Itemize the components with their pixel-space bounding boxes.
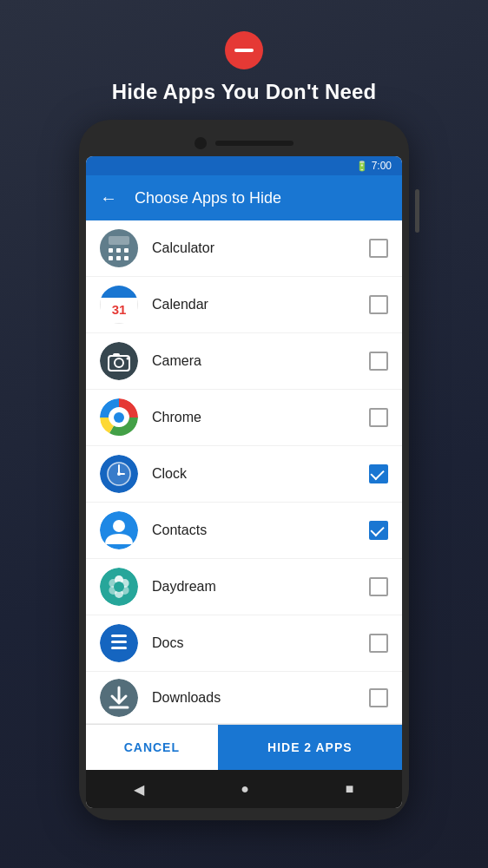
app-bar-title: Choose Apps to Hide <box>135 189 281 207</box>
checkbox-calendar[interactable] <box>369 295 388 314</box>
svg-point-12 <box>100 342 138 380</box>
list-item[interactable]: Downloads <box>86 672 402 724</box>
app-list: Calculator 31 Calendar <box>86 220 402 724</box>
svg-rect-10 <box>100 292 138 298</box>
svg-rect-3 <box>116 248 121 253</box>
app-name-calendar: Calendar <box>152 297 369 312</box>
checkbox-docs[interactable] <box>369 634 388 653</box>
phone-screen: 🔋 7:00 ← Choose Apps to Hide <box>86 156 402 808</box>
svg-point-28 <box>113 520 125 532</box>
cancel-button[interactable]: CANCEL <box>86 725 218 770</box>
list-item[interactable]: Clock <box>86 446 402 503</box>
bottom-bar: CANCEL HIDE 2 APPS <box>86 724 402 770</box>
svg-point-36 <box>114 582 124 592</box>
app-bar: ← Choose Apps to Hide <box>86 175 402 220</box>
checkbox-calculator[interactable] <box>369 239 388 258</box>
status-bar: 🔋 7:00 <box>86 156 402 175</box>
calculator-icon <box>100 229 138 267</box>
main-title: Hide Apps You Don't Need <box>112 80 377 104</box>
hide-apps-button[interactable]: HIDE 2 APPS <box>218 725 402 770</box>
checkbox-clock[interactable] <box>369 464 388 483</box>
list-item[interactable]: Contacts <box>86 503 402 559</box>
battery-icon: 🔋 <box>356 161 368 172</box>
app-name-contacts: Contacts <box>152 523 369 538</box>
list-item[interactable]: Docs <box>86 615 402 672</box>
checkbox-daydream[interactable] <box>369 577 388 596</box>
phone-camera <box>195 137 207 149</box>
app-name-chrome: Chrome <box>152 410 369 425</box>
camera-icon <box>100 342 138 380</box>
svg-rect-40 <box>111 647 127 649</box>
svg-rect-2 <box>109 248 113 253</box>
list-item[interactable]: Camera <box>86 333 402 390</box>
svg-point-26 <box>117 472 121 476</box>
app-name-camera: Camera <box>152 353 369 369</box>
svg-point-16 <box>127 358 129 360</box>
phone-frame: 🔋 7:00 ← Choose Apps to Hide <box>79 120 409 820</box>
header-area: Hide Apps You Don't Need <box>112 0 377 104</box>
minus-icon <box>225 31 263 69</box>
nav-bar: ◀ ● ■ <box>86 770 402 808</box>
calendar-icon: 31 <box>100 286 138 324</box>
svg-rect-38 <box>111 635 127 637</box>
chrome-icon <box>100 398 138 437</box>
svg-rect-1 <box>109 236 129 245</box>
downloads-icon <box>100 679 138 717</box>
checkbox-chrome[interactable] <box>369 408 388 427</box>
svg-rect-7 <box>124 256 129 260</box>
svg-text:31: 31 <box>112 302 127 317</box>
nav-home-button[interactable]: ● <box>241 781 249 797</box>
back-button[interactable]: ← <box>100 188 117 208</box>
app-name-downloads: Downloads <box>152 690 369 706</box>
svg-rect-15 <box>113 353 120 357</box>
svg-rect-39 <box>111 641 127 643</box>
svg-rect-4 <box>124 248 129 253</box>
svg-rect-6 <box>116 256 121 260</box>
list-item[interactable]: Calculator <box>86 220 402 277</box>
list-item[interactable]: Chrome <box>86 390 402 446</box>
nav-back-button[interactable]: ◀ <box>134 781 144 798</box>
clock-icon <box>100 455 138 493</box>
svg-rect-5 <box>109 256 113 260</box>
phone-speaker <box>215 141 293 146</box>
app-name-daydream: Daydream <box>152 579 369 595</box>
app-name-clock: Clock <box>152 466 369 482</box>
checkbox-contacts[interactable] <box>369 521 388 540</box>
status-time: 7:00 <box>372 160 392 172</box>
app-name-calculator: Calculator <box>152 240 369 256</box>
phone-top-bar <box>86 132 402 156</box>
contacts-icon <box>100 511 138 549</box>
checkbox-downloads[interactable] <box>369 688 388 707</box>
docs-icon <box>100 624 138 662</box>
checkbox-camera[interactable] <box>369 352 388 371</box>
svg-point-20 <box>114 412 124 423</box>
nav-recents-button[interactable]: ■ <box>346 781 354 797</box>
list-item[interactable]: Daydream <box>86 559 402 615</box>
phone-side-button <box>415 189 419 233</box>
daydream-icon <box>100 568 138 606</box>
app-name-docs: Docs <box>152 635 369 651</box>
list-item[interactable]: 31 Calendar <box>86 277 402 333</box>
